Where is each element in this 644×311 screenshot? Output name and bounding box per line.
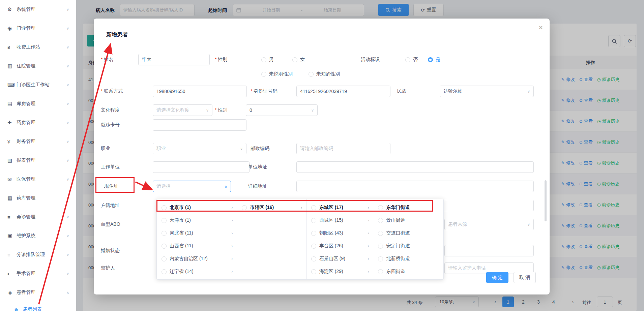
sidebar-item-13[interactable]: ▣维护系统∨ [0,226,76,245]
close-icon[interactable]: × [536,23,546,33]
cascader-option[interactable]: 朝阳区 (43)› [306,227,373,240]
sidebar-item-3[interactable]: ¥收费工作站∨ [0,38,76,57]
radio-male[interactable]: 男 [261,56,274,63]
sidebar-item-6[interactable]: ▤库房管理∨ [0,94,76,113]
chevron-right-icon: › [368,269,369,274]
sidebar-item-16[interactable]: ☻患者管理∧ [0,283,76,302]
radio-active-yes[interactable]: 是 [428,56,440,63]
modal-title: 新增患者 [106,31,128,38]
cascader-option[interactable]: 市辖区 (16)› [237,201,306,214]
confirm-button[interactable]: 确 定 [486,272,508,283]
cascader-option[interactable]: 东城区 (17)› [306,201,373,214]
radio-icon [162,231,167,236]
sidebar-item-11[interactable]: ▦药库管理∨ [0,189,76,208]
sidebar-item-2[interactable]: ◉门诊管理∨ [0,19,76,38]
chevron-down-icon: ∨ [66,121,69,125]
cascader-panel: 北京市 (1)›天津市 (1)›河北省 (11)›山西省 (11)›内蒙古自治区… [156,199,444,280]
cascader-column-2: 市辖区 (16)› [237,199,306,279]
sidebar-item-10[interactable]: ✉医保管理∨ [0,170,76,189]
cascader-option[interactable]: 景山街道 [373,214,443,227]
radio-female[interactable]: 女 [292,56,305,63]
patient-source-select[interactable]: 患者来源 ∨ [444,219,534,230]
unit-address-input[interactable] [296,161,534,173]
cascader-option[interactable]: 山西省 (11)› [157,240,237,252]
visit-card-input[interactable] [153,119,246,131]
cascader-option-label: 朝阳区 (43) [319,230,343,236]
ethnicity-select[interactable]: 达斡尔族 ∨ [440,86,534,97]
radio-checked-icon [428,57,433,62]
radio-gender-unknown[interactable]: 未知的性别 [309,71,340,77]
sidebar-item-label: 住院管理 [17,63,66,69]
chevron-down-icon: ∨ [66,64,69,68]
cascader-option-label: 市辖区 (16) [250,205,274,211]
sidebar-item-label: 会诊管理 [17,214,66,220]
patient-list-icon: ☻ [13,307,20,311]
sidebar-item-12[interactable]: ≡会诊管理∨ [0,208,76,226]
cascader-option[interactable]: 石景山区 (9)› [306,252,373,265]
chevron-right-icon: › [231,231,233,236]
id-number-input[interactable]: 411625192602039719 [296,86,390,97]
radio-gender-unspecified[interactable]: 未说明性别 [261,71,293,77]
cascader-option-label: 景山街道 [386,217,405,223]
sidebar-item-label: 药库管理 [17,195,66,201]
occupation-select[interactable]: 职业 ∨ [153,143,246,154]
education-select[interactable]: 请选择文化程度 ∨ [153,104,212,116]
postal-code-input[interactable]: 请输入邮政编码 [296,143,390,154]
occupation-placeholder: 职业 [156,146,166,152]
education-placeholder: 请选择文化程度 [156,107,189,113]
sidebar-item-8[interactable]: ¥财务管理∨ [0,132,76,151]
sidebar-item-1[interactable]: ⚙系统管理∨ [0,0,76,19]
sidebar-item-15[interactable]: ▪手术管理∨ [0,264,76,283]
sidebar-item-7[interactable]: ✚药房管理∨ [0,113,76,132]
cascader-option-label: 石景山区 (9) [319,256,345,262]
sidebar-item-label: 维护系统 [17,233,66,239]
sidebar-item-4[interactable]: ▥住院管理∨ [0,57,76,75]
unit-address-label: 单位地址 [248,164,267,170]
ethnicity-label: 民族 [397,88,407,94]
cascader-option[interactable]: 辽宁省 (14)› [157,265,237,278]
education-label: 文化程度 [101,107,120,113]
cascader-option[interactable]: 东华门街道 [373,201,443,214]
name-input[interactable]: 牢大 [138,54,210,65]
cascader-option[interactable]: 安定门街道 [373,240,443,252]
radio-icon [261,57,266,62]
cascader-option-label: 丰台区 (26) [319,243,343,249]
cascader-option[interactable]: 内蒙古自治区 (12)› [157,252,237,265]
chevron-right-icon: › [231,205,233,210]
cascader-option[interactable]: 河北省 (11)› [157,227,237,240]
cancel-button[interactable]: 取 消 [514,272,536,283]
cascader-option[interactable]: 交道口街道 [373,227,443,240]
chevron-right-icon: › [368,205,369,210]
cascader-option[interactable]: 西城区 (15)› [306,214,373,227]
cascader-option[interactable]: 北新桥街道 [373,252,443,265]
id-number-value: 411625192602039719 [300,89,347,94]
chevron-down-icon: ∨ [66,139,69,144]
cascader-option[interactable]: 东四街道 [373,265,443,278]
cascader-option-label: 北京市 (1) [170,205,191,211]
sidebar-item-14[interactable]: ≡分诊排队管理∨ [0,245,76,264]
marital-status-input[interactable] [444,245,534,256]
sidebar-item-patient-list[interactable]: ☻ 患者列表 [0,300,76,311]
work-unit-input[interactable] [153,161,250,173]
cascader-option[interactable]: 海淀区 (29)› [306,265,373,278]
current-address-select[interactable]: 请选择 ∧ [153,181,231,192]
radio-label: 是 [436,57,440,63]
cascader-option[interactable]: 丰台区 (26)› [306,240,373,252]
sidebar-item-5[interactable]: ⌨门诊医生工作站∨ [0,75,76,94]
name-value: 牢大 [142,57,151,63]
detail-address-input[interactable] [296,181,534,192]
contact-input[interactable]: 19880991650 [153,86,247,97]
radio-active-no[interactable]: 否 [405,56,418,63]
cascader-option-label: 天津市 (1) [170,217,191,223]
cascader-option[interactable]: 北京市 (1)› [157,201,237,214]
modal-scrollbar-thumb[interactable] [545,180,547,221]
sidebar-item-9[interactable]: ▧报表管理∨ [0,151,76,170]
gender-code-label: 性别 [215,107,227,113]
radio-icon [311,244,316,249]
chevron-down-icon: ∨ [525,222,530,227]
gender-code-select[interactable]: 0 ∨ [246,104,318,116]
warehouse-icon: ▤ [7,101,17,107]
radio-icon [378,205,383,210]
visit-card-label: 就诊卡号 [101,122,120,128]
cascader-option[interactable]: 天津市 (1)› [157,214,237,227]
